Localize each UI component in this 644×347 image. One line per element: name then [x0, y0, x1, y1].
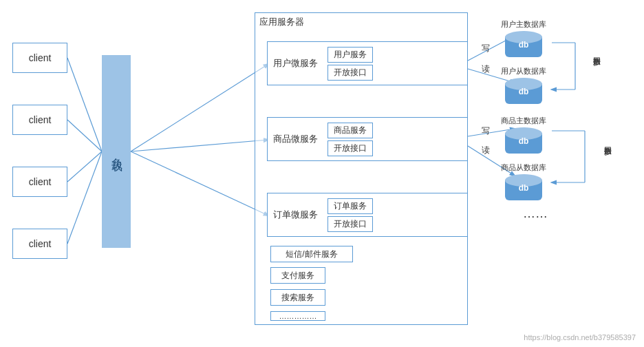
product-micro-service: 商品微服务 商品服务 开放接口 — [267, 117, 468, 161]
user-service-item-1: 用户服务 — [328, 47, 373, 63]
order-service-item-2: 开放接口 — [328, 216, 373, 232]
product-service-stack: 商品服务 开放接口 — [323, 120, 377, 159]
client-box-2: client — [12, 105, 67, 135]
user-micro-label: 用户微服务 — [268, 57, 323, 70]
load-balancer: 负载 — [102, 55, 131, 248]
user-micro-service: 用户微服务 用户服务 开放接口 — [267, 41, 468, 85]
product-service-item-1: 商品服务 — [328, 123, 373, 138]
user-slave-db-text: db — [519, 87, 529, 96]
app-server-label: 应用服务器 — [259, 16, 304, 28]
read-label-1: 读 — [482, 63, 490, 75]
order-service-item-1: 订单服务 — [328, 198, 373, 214]
svg-line-3 — [67, 151, 102, 244]
product-micro-label: 商品微服务 — [268, 133, 323, 145]
watermark: https://blog.csdn.net/b379585397 — [524, 333, 636, 341]
user-main-db-cylinder: db — [505, 31, 542, 57]
svg-line-0 — [67, 58, 102, 151]
user-slave-db-cylinder: db — [505, 78, 542, 104]
svg-line-2 — [67, 151, 102, 182]
svg-line-6 — [131, 151, 268, 215]
client-box-1: client — [12, 43, 67, 73]
product-main-db-cylinder: db — [505, 127, 542, 154]
client-box-3: client — [12, 167, 67, 197]
user-service-item-2: 开放接口 — [328, 65, 373, 81]
product-slave-db-text: db — [519, 183, 529, 193]
user-main-db-text: db — [519, 40, 529, 50]
user-service-stack: 用户服务 开放接口 — [323, 44, 377, 83]
product-slave-db: 商品从数据库 db — [501, 162, 546, 200]
user-main-db-label: 用户主数据库 — [501, 19, 546, 30]
client-box-4: client — [12, 229, 67, 259]
payment-service: 支付服务 — [270, 267, 325, 284]
search-service: 搜索服务 — [270, 289, 325, 306]
write-label-2: 写 — [482, 125, 490, 137]
product-slave-db-cylinder: db — [505, 174, 542, 200]
diagram: client client client client 负载 应用服务器 用户微… — [0, 0, 644, 347]
more-dots: …… — [523, 207, 548, 221]
svg-line-1 — [67, 120, 102, 151]
more-services: …………… — [270, 311, 325, 321]
sms-service: 短信/邮件服务 — [270, 246, 353, 262]
product-service-item-2: 开放接口 — [328, 140, 373, 156]
svg-line-5 — [131, 140, 268, 151]
order-service-stack: 订单服务 开放接口 — [323, 196, 377, 235]
read-label-2: 读 — [482, 145, 490, 156]
product-main-db: 商品主数据库 db — [501, 116, 546, 154]
user-slave-db: 用户从数据库 db — [501, 66, 546, 104]
product-main-db-label: 商品主数据库 — [501, 116, 546, 126]
user-main-db: 用户主数据库 db — [501, 19, 546, 57]
write-label-1: 写 — [482, 43, 490, 54]
product-main-db-text: db — [519, 136, 529, 146]
svg-line-4 — [131, 64, 268, 151]
order-micro-label: 订单微服务 — [268, 209, 323, 221]
user-slave-db-label: 用户从数据库 — [501, 66, 546, 76]
product-slave-db-label: 商品从数据库 — [501, 162, 546, 173]
order-micro-service: 订单微服务 订单服务 开放接口 — [267, 193, 468, 237]
